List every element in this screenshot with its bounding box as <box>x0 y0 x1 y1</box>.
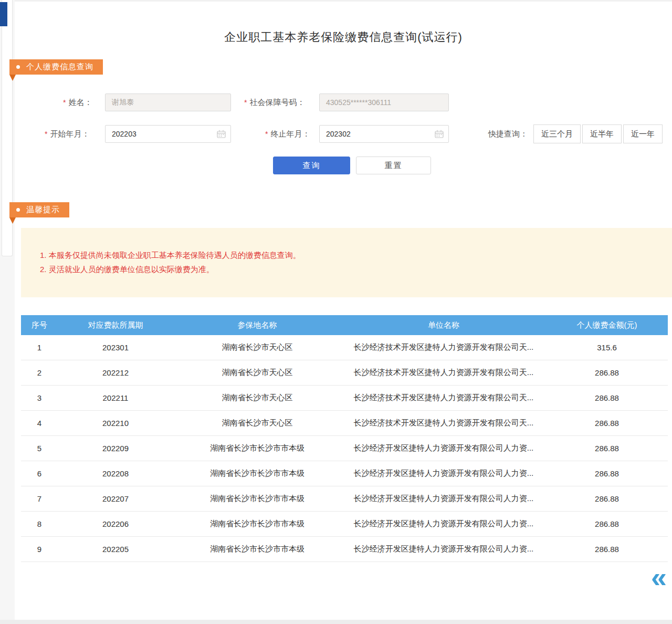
table-cell: 202207 <box>58 494 173 503</box>
section-header-tips: 温馨提示 <box>9 202 69 217</box>
table-cell: 286.88 <box>546 419 668 428</box>
table-cell: 长沙经济技术开发区捷特人力资源开发有限公司天... <box>341 418 546 428</box>
table-cell: 长沙经济技术开发区捷特人力资源开发有限公司天... <box>341 368 546 378</box>
table-cell: 长沙经济开发区捷特人力资源开发有限公司人力资... <box>341 519 546 529</box>
table-cell: 202209 <box>58 444 173 453</box>
table-cell: 湖南省长沙市天心区 <box>173 342 341 352</box>
table-cell: 286.88 <box>546 469 668 478</box>
bullet-dot-icon <box>16 65 20 69</box>
table-cell: 湖南省长沙市长沙市市本级 <box>173 544 341 554</box>
table-cell: 湖南省长沙市长沙市市本级 <box>173 494 341 504</box>
table-cell: 湖南省长沙市天心区 <box>173 418 341 428</box>
bottom-divider <box>0 620 672 624</box>
table-row: 7202207湖南省长沙市长沙市市本级长沙经济开发区捷特人力资源开发有限公司人力… <box>21 486 668 512</box>
table-cell: 4 <box>21 419 58 428</box>
quick-query-button-2[interactable]: 近一年 <box>623 124 663 143</box>
section-label: 个人缴费信息查询 <box>26 62 93 72</box>
tip-line: 1. 本服务仅提供尚未领取企业职工基本养老保险待遇人员的缴费信息查询。 <box>40 248 662 262</box>
name-value: 谢旭泰 <box>112 98 134 107</box>
column-header: 对应费款所属期 <box>58 320 173 330</box>
table-cell: 202211 <box>58 393 173 402</box>
table-cell: 长沙经济开发区捷特人力资源开发有限公司人力资... <box>341 469 546 479</box>
column-header: 序号 <box>21 320 58 330</box>
top-divider <box>15 0 672 2</box>
ssn-field[interactable]: 430525******306111 <box>319 93 449 111</box>
table-body: 1202301湖南省长沙市天心区长沙经济技术开发区捷特人力资源开发有限公司天..… <box>21 335 668 562</box>
required-mark: * <box>45 130 47 138</box>
tips-lines: 1. 本服务仅提供尚未领取企业职工基本养老保险待遇人员的缴费信息查询。2. 灵活… <box>40 248 662 276</box>
table-row: 5202209湖南省长沙市长沙市市本级长沙经济开发区捷特人力资源开发有限公司人力… <box>21 436 668 461</box>
quick-query-buttons: 近三个月近半年近一年 <box>533 124 663 143</box>
calendar-icon[interactable] <box>217 130 226 138</box>
pension-query-page: 企业职工基本养老保险缴费信息查询(试运行) 个人缴费信息查询 *姓名： 谢旭泰 … <box>0 0 672 624</box>
payment-records-table: 序号对应费款所属期参保地名称单位名称个人缴费金额(元) 1202301湖南省长沙… <box>21 315 668 562</box>
table-cell: 202208 <box>58 469 173 478</box>
calendar-icon[interactable] <box>435 130 444 138</box>
end-month-value: 202302 <box>326 130 351 138</box>
table-row: 8202206湖南省长沙市长沙市市本级长沙经济开发区捷特人力资源开发有限公司人力… <box>21 512 668 537</box>
table-cell: 长沙经济开发区捷特人力资源开发有限公司人力资... <box>341 494 546 504</box>
table-cell: 286.88 <box>546 545 668 554</box>
start-month-value: 202203 <box>112 130 136 138</box>
tips-box: 1. 本服务仅提供尚未领取企业职工基本养老保险待遇人员的缴费信息查询。2. 灵活… <box>21 228 672 297</box>
table-row: 4202210湖南省长沙市天心区长沙经济技术开发区捷特人力资源开发有限公司天..… <box>21 411 668 436</box>
table-cell: 286.88 <box>546 444 668 453</box>
quick-query-label: 快捷查询： <box>488 129 528 139</box>
table-cell: 湖南省长沙市长沙市市本级 <box>173 443 341 453</box>
column-header: 参保地名称 <box>173 320 341 330</box>
table-cell: 3 <box>21 393 58 402</box>
table-cell: 286.88 <box>546 519 668 528</box>
name-label: *姓名： <box>63 98 92 108</box>
ssn-label: *社会保障号码： <box>244 98 304 108</box>
table-cell: 湖南省长沙市天心区 <box>173 393 341 403</box>
table-cell: 286.88 <box>546 494 668 503</box>
column-header: 单位名称 <box>341 320 546 330</box>
page-title: 企业职工基本养老保险缴费信息查询(试运行) <box>15 29 672 45</box>
table-row: 3202211湖南省长沙市天心区长沙经济技术开发区捷特人力资源开发有限公司天..… <box>21 386 668 411</box>
start-month-label: *开始年月： <box>45 129 89 139</box>
table-cell: 1 <box>21 343 58 352</box>
table-row: 6202208湖南省长沙市长沙市市本级长沙经济开发区捷特人力资源开发有限公司人力… <box>21 461 668 486</box>
quick-query-button-1[interactable]: 近半年 <box>582 124 622 143</box>
table-cell: 湖南省长沙市长沙市市本级 <box>173 519 341 529</box>
table-cell: 长沙经济技术开发区捷特人力资源开发有限公司天... <box>341 342 546 352</box>
table-cell: 5 <box>21 444 58 453</box>
table-cell: 202210 <box>58 419 173 428</box>
table-cell: 202205 <box>58 545 173 554</box>
table-cell: 7 <box>21 494 58 503</box>
query-button[interactable]: 查询 <box>273 157 350 174</box>
table-cell: 202206 <box>58 519 173 528</box>
table-cell: 6 <box>21 469 58 478</box>
table-cell: 长沙经济技术开发区捷特人力资源开发有限公司天... <box>341 393 546 403</box>
start-month-field[interactable]: 202203 <box>105 125 231 143</box>
ssn-value: 430525******306111 <box>326 98 391 107</box>
tip-line: 2. 灵活就业人员的缴费单位信息以实际缴费为准。 <box>40 262 662 276</box>
table-cell: 长沙经济开发区捷特人力资源开发有限公司人力资... <box>341 544 546 554</box>
required-mark: * <box>265 130 268 138</box>
table-cell: 长沙经济开发区捷特人力资源开发有限公司人力资... <box>341 443 546 453</box>
end-month-field[interactable]: 202302 <box>319 125 449 143</box>
quick-query-button-0[interactable]: 近三个月 <box>533 124 581 143</box>
end-month-label: *终止年月： <box>265 129 310 139</box>
name-field[interactable]: 谢旭泰 <box>105 93 231 111</box>
collapse-chevron-icon[interactable]: « <box>651 563 667 591</box>
table-cell: 湖南省长沙市长沙市市本级 <box>173 469 341 479</box>
column-header: 个人缴费金额(元) <box>546 320 668 330</box>
sidebar-tab[interactable] <box>0 2 7 26</box>
table-row: 2202212湖南省长沙市天心区长沙经济技术开发区捷特人力资源开发有限公司天..… <box>21 360 668 386</box>
table-cell: 2 <box>21 368 58 377</box>
bullet-dot-icon <box>16 208 20 212</box>
table-cell: 286.88 <box>546 393 668 402</box>
table-cell: 286.88 <box>546 368 668 377</box>
section-label: 温馨提示 <box>26 205 60 215</box>
required-mark: * <box>63 98 66 107</box>
reset-button[interactable]: 重置 <box>356 157 431 174</box>
table-cell: 315.6 <box>546 343 668 352</box>
section-header-personal-query: 个人缴费信息查询 <box>9 59 103 75</box>
table-row: 1202301湖南省长沙市天心区长沙经济技术开发区捷特人力资源开发有限公司天..… <box>21 335 668 360</box>
table-cell: 202212 <box>58 368 173 377</box>
table-cell: 湖南省长沙市天心区 <box>173 368 341 378</box>
required-mark: * <box>244 98 247 107</box>
table-header-row: 序号对应费款所属期参保地名称单位名称个人缴费金额(元) <box>21 315 668 335</box>
table-cell: 8 <box>21 519 58 528</box>
